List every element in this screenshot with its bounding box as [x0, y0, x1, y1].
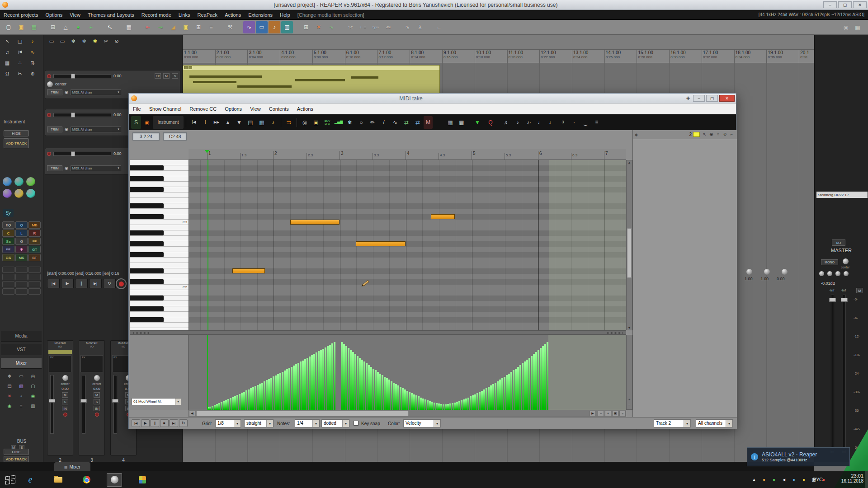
cc-bar[interactable] — [490, 385, 492, 410]
cc-bar[interactable] — [214, 405, 216, 410]
cc-bar[interactable] — [236, 395, 238, 410]
tray-shield-icon[interactable]: ● — [800, 476, 807, 483]
cc-bar[interactable] — [363, 361, 365, 410]
cc-bar[interactable] — [221, 402, 222, 410]
close-docker-icon[interactable]: ✕ — [4, 391, 15, 401]
solo-button[interactable]: S — [62, 399, 68, 404]
cc-bar[interactable] — [547, 342, 548, 410]
menu-item[interactable]: Remove CC — [185, 106, 221, 112]
note-dotted-eighth-icon[interactable]: ♪· — [524, 116, 534, 129]
crossfade-icon[interactable]: ✕ — [313, 21, 325, 33]
fast-forward-icon[interactable]: ▶▶ — [211, 116, 222, 129]
midi-channel-select[interactable]: MIDI: All chan▾ — [71, 127, 121, 132]
tie-icon[interactable]: ‿ — [580, 116, 591, 129]
cc-bar[interactable] — [499, 380, 501, 410]
record-mode-icon[interactable]: ● — [72, 21, 84, 33]
cc-bar[interactable] — [255, 386, 256, 410]
piano-keyboard[interactable]: C3C2 — [130, 160, 189, 330]
cc-bar[interactable] — [476, 393, 478, 410]
piano-key-A#1[interactable] — [130, 296, 189, 301]
cc-bar[interactable] — [345, 346, 347, 410]
piano-key-C#3[interactable] — [130, 214, 189, 220]
piano-key-D#2[interactable] — [130, 268, 189, 274]
plugin-icon[interactable] — [26, 189, 35, 198]
plugin-icon[interactable] — [3, 177, 12, 186]
midi-note[interactable] — [232, 268, 265, 273]
fx-chip[interactable] — [28, 288, 41, 295]
record-arm-icon[interactable] — [47, 113, 51, 117]
tray-asio-icon[interactable]: ● — [770, 476, 778, 483]
mouse-cursor-icon[interactable]: ↖ — [104, 21, 116, 33]
volume-slider[interactable] — [53, 152, 111, 156]
cc-lane[interactable] — [189, 335, 626, 410]
zoom-content-icon[interactable]: ◎ — [299, 116, 310, 129]
theme-icon[interactable]: ▧ — [15, 381, 27, 391]
scroll-left-icon[interactable]: ◀ — [189, 411, 195, 416]
piano-key-B2[interactable] — [130, 225, 189, 230]
ie-icon[interactable]: e — [23, 473, 38, 487]
master-fader-right[interactable] — [843, 295, 846, 447]
cc-bar[interactable] — [519, 365, 521, 410]
prev-note-icon[interactable]: ▲ — [222, 116, 233, 129]
cc-bar[interactable] — [266, 380, 268, 410]
cc-bar[interactable] — [304, 359, 306, 410]
fx-chip[interactable] — [28, 267, 41, 273]
env-icon[interactable]: ◉ — [65, 90, 68, 94]
maximize-button[interactable]: ▢ — [706, 95, 718, 102]
stop-button[interactable]: ■ — [160, 419, 169, 427]
cc-bar[interactable] — [334, 342, 335, 410]
fx-bypass-icon[interactable]: ✱ — [90, 36, 100, 47]
cc-bar[interactable] — [528, 358, 530, 410]
scrollbar-thumb[interactable] — [196, 411, 409, 416]
cc-bar[interactable] — [270, 378, 272, 410]
volume-slider[interactable] — [53, 113, 111, 117]
fx-slot[interactable]: FX — [49, 355, 71, 372]
hand-tool-icon[interactable]: ❖ — [4, 371, 15, 381]
cc-bar[interactable] — [404, 389, 406, 410]
fx-chip[interactable] — [15, 288, 28, 295]
fx-badge-FIE[interactable]: FIE — [28, 238, 41, 245]
env-lfo-icon[interactable]: ENV LFO — [322, 116, 333, 129]
cc-bar[interactable] — [447, 404, 449, 410]
folder-icon[interactable] — [51, 473, 66, 487]
piano-key-A2[interactable] — [130, 236, 189, 241]
piano-key-G#2[interactable] — [130, 241, 189, 247]
piano-key-F#2[interactable] — [130, 252, 189, 258]
channel-select[interactable]: All channels — [696, 419, 733, 427]
piano-key-F#3[interactable] — [130, 187, 189, 192]
go-end-button[interactable]: ▶| — [170, 419, 178, 427]
monitor-a-icon[interactable]: ◉ — [27, 391, 39, 401]
note-list-icon[interactable]: ≣ — [591, 116, 602, 129]
fx-badge-FIE[interactable]: FIE — [2, 246, 14, 253]
midi-editor-window[interactable]: MIDI take ✚ – ▢ ✕ FileShow ChannelRemove… — [128, 93, 736, 429]
dots-icon[interactable]: ∴ — [14, 57, 26, 68]
volume-knob[interactable] — [782, 269, 788, 275]
cc-bar[interactable] — [531, 356, 533, 410]
cc-bar[interactable] — [467, 398, 469, 410]
swing-select[interactable]: straight — [244, 419, 274, 427]
grid-quantize-icon[interactable]: ▦ — [1, 57, 14, 68]
monitor-b-icon[interactable]: ◉ — [4, 401, 15, 411]
cc-bar[interactable] — [366, 363, 368, 410]
layout-icon[interactable]: ▤ — [4, 381, 15, 391]
cc-bar[interactable] — [216, 404, 218, 410]
mute-col-icon[interactable]: ⊘ — [722, 131, 728, 138]
cc-bar[interactable] — [533, 354, 535, 410]
mute-button[interactable]: M — [163, 73, 170, 79]
cc-bar[interactable] — [415, 395, 417, 410]
volume-fader[interactable] — [82, 375, 85, 434]
cc-bar[interactable] — [391, 381, 392, 410]
piano-key-D2[interactable] — [130, 274, 189, 279]
cc-bar[interactable] — [506, 375, 508, 410]
add-track-button-2[interactable]: ADD TRACK — [4, 456, 29, 462]
cc-bar[interactable] — [282, 372, 283, 410]
maximize-button[interactable]: ▢ — [838, 1, 852, 8]
mute-button[interactable]: M — [424, 116, 433, 129]
cc-bar[interactable] — [377, 372, 379, 410]
knob-2[interactable] — [827, 271, 832, 276]
cc-bar[interactable] — [209, 407, 211, 410]
tray-expand-icon[interactable]: ▲ — [750, 476, 758, 483]
close-button[interactable]: ✕ — [853, 1, 867, 8]
cc-bar[interactable] — [452, 403, 453, 410]
minimize-button[interactable]: – — [823, 1, 837, 8]
